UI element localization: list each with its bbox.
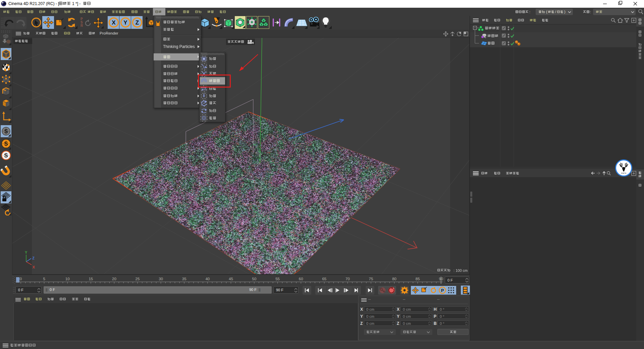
svg-text:60: 60 [299,277,303,281]
svg-text:35: 35 [182,277,186,281]
svg-text:R: R [80,24,83,28]
svg-text:Y: Y [123,19,127,26]
svg-text:S: S [4,152,8,159]
svg-text:55: 55 [275,277,280,281]
svg-text:5: 5 [43,277,45,281]
svg-text:80: 80 [392,277,396,281]
svg-text:45: 45 [229,277,233,281]
svg-text:S: S [4,129,8,134]
svg-text:X: X [112,19,116,26]
svg-text:S: S [4,141,8,147]
svg-text:15: 15 [89,277,93,281]
svg-text:0: 0 [20,277,22,281]
svg-text:25: 25 [136,277,140,281]
svg-text:10: 10 [65,277,70,281]
svg-text:30: 30 [159,277,163,281]
svg-text:P: P [441,288,444,293]
svg-text:85: 85 [416,277,420,281]
svg-text:20: 20 [112,277,116,281]
svg-text:50: 50 [252,277,257,281]
svg-text:Z: Z [136,19,139,26]
svg-text:70: 70 [345,277,350,281]
svg-text:75: 75 [369,277,373,281]
svg-text:65: 65 [322,277,326,281]
svg-text:40: 40 [205,277,210,281]
